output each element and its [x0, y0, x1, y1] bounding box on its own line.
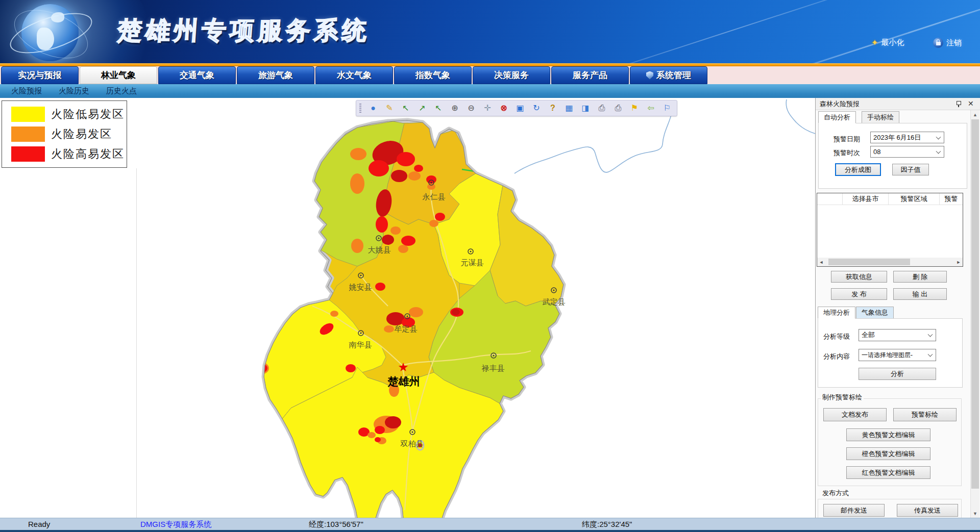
- zoom-in-icon[interactable]: ⊕: [450, 104, 459, 112]
- minimize-button[interactable]: ✦ 最小化: [871, 38, 904, 47]
- subtab-fire-forecast[interactable]: 火险预报: [11, 86, 42, 96]
- status-latitude: 纬度:25°32'45": [582, 520, 632, 529]
- list-col-warn: 预警: [940, 193, 963, 205]
- stop-icon[interactable]: ⊗: [499, 104, 508, 112]
- tab-index-weather[interactable]: 指数气象: [394, 66, 472, 84]
- tab-traffic-weather[interactable]: 交通气象: [158, 66, 236, 84]
- scroll-right-icon[interactable]: ►: [954, 260, 963, 265]
- scroll-down-icon[interactable]: ▼: [971, 509, 979, 518]
- status-system-link[interactable]: DMGIS专项服务系统: [140, 520, 211, 529]
- analyze-map-button[interactable]: 分析成图: [835, 163, 881, 176]
- county-label-yaoan: 姚安县: [349, 283, 372, 292]
- status-ready: Ready: [28, 520, 50, 528]
- tab-live-forecast[interactable]: 实况与预报: [1, 66, 79, 84]
- full-extent-icon[interactable]: ▣: [516, 104, 525, 112]
- poi-pin-icon[interactable]: ⚑: [630, 104, 639, 112]
- pane-splitter[interactable]: [136, 168, 137, 518]
- export-button[interactable]: 输 出: [893, 288, 947, 300]
- fire-risk-map[interactable]: 永仁县 大姚县 元谋县 姚安县 武定县 牟定县 南华县 禄丰县 双柏县 ★ 楚雄…: [204, 98, 817, 518]
- legend-swatch-red: [11, 146, 45, 162]
- subtab-history-firespot[interactable]: 历史火点: [106, 86, 137, 96]
- tab-service-product[interactable]: 服务产品: [551, 66, 629, 84]
- doc-publish-button[interactable]: 文档发布: [823, 408, 887, 421]
- panel-titlebar: 森林火险预报 ✕: [816, 98, 980, 110]
- scroll-thumb[interactable]: [971, 119, 979, 489]
- plot-group-label: 制作预警标绘: [821, 393, 864, 402]
- panel-tab-geo-analysis[interactable]: 地理分析: [818, 307, 855, 319]
- shield-icon: [646, 71, 653, 80]
- select-lasso-icon[interactable]: ↖: [401, 104, 410, 112]
- warn-plot-button[interactable]: 预警标绘: [893, 408, 957, 421]
- publish-button[interactable]: 发 布: [831, 288, 887, 300]
- analyze-button[interactable]: 分析: [859, 368, 936, 380]
- print-icon[interactable]: ⎙: [597, 104, 606, 112]
- factor-value-button[interactable]: 因子值: [892, 164, 929, 175]
- panel-tab-auto-analysis[interactable]: 自动分析: [818, 111, 856, 123]
- back-icon[interactable]: ⇦: [646, 104, 655, 112]
- banner-streak: [511, 0, 949, 63]
- scroll-left-icon[interactable]: ◄: [817, 260, 825, 265]
- list-hscrollbar[interactable]: ◄ ►: [817, 258, 963, 266]
- measure-icon[interactable]: ✎: [385, 104, 394, 112]
- delete-button[interactable]: 删 除: [893, 271, 947, 283]
- county-label-yongren: 永仁县: [423, 192, 446, 201]
- county-label-wuding: 武定县: [543, 297, 566, 307]
- panel-scrollbar[interactable]: ▲ ▼: [970, 110, 979, 518]
- orange-doc-button[interactable]: 橙色预警文档编辑: [846, 447, 930, 460]
- hscroll-thumb[interactable]: [828, 259, 910, 265]
- export-map-icon[interactable]: ◨: [581, 104, 590, 112]
- red-doc-button[interactable]: 红色预警文档编辑: [846, 466, 930, 479]
- warn-date-label: 预警日期: [834, 135, 860, 144]
- logout-button[interactable]: 注销: [933, 38, 962, 48]
- list-col-county: 选择县市: [843, 193, 889, 205]
- close-icon[interactable]: ✕: [968, 99, 974, 108]
- pin-icon[interactable]: [955, 100, 962, 108]
- map-toolbar: ● ✎ ↖ ↗ ↖ ⊕ ⊖ ✛ ⊗ ▣ ↻ ? ▦ ◨ ⎙ ⎙ ⚑ ⇦ ⚐: [356, 100, 677, 116]
- tab-forestry-weather[interactable]: 林业气象: [80, 66, 157, 84]
- fax-send-button[interactable]: 传真发送: [897, 504, 958, 517]
- yellow-doc-button[interactable]: 黄色预警文档编辑: [846, 428, 930, 441]
- scroll-up-icon[interactable]: ▲: [971, 110, 979, 119]
- identify-icon[interactable]: ?: [548, 104, 557, 112]
- tab-system-manage[interactable]: 系统管理: [630, 66, 707, 84]
- select-arrow-icon[interactable]: ↗: [418, 104, 427, 112]
- analysis-level-select[interactable]: 全部: [859, 329, 936, 341]
- list-col-empty: [817, 193, 843, 205]
- main-tabbar: 实况与预报 林业气象 交通气象 旅游气象 水文气象 指数气象 决策服务 服务产品…: [0, 66, 980, 84]
- tab-decision-service[interactable]: 决策服务: [473, 66, 550, 84]
- county-label-yuanmou: 元谋县: [461, 258, 484, 267]
- legend-item-medium: 火险易发区: [11, 126, 127, 142]
- legend-swatch-orange: [11, 126, 45, 142]
- toolbar-grip[interactable]: [359, 104, 361, 113]
- get-info-button[interactable]: 获取信息: [831, 271, 887, 283]
- mail-send-button[interactable]: 邮件发送: [823, 504, 885, 517]
- select-circle-icon[interactable]: ↖: [434, 104, 443, 112]
- legend-flag-icon[interactable]: ⚐: [663, 104, 672, 112]
- warning-list[interactable]: 选择县市 预警区域 预警 ◄ ►: [817, 193, 963, 267]
- pan-icon[interactable]: ✛: [483, 104, 492, 112]
- app-title: 楚雄州专项服务系统: [116, 14, 371, 47]
- legend-item-high: 火险高易发区: [11, 146, 127, 162]
- panel-tab-manual-plot[interactable]: 手动标绘: [862, 111, 899, 123]
- globe-icon[interactable]: ●: [369, 104, 378, 112]
- banner-streak: [726, 0, 980, 63]
- zoom-out-icon[interactable]: ⊖: [467, 104, 476, 112]
- warn-date-select[interactable]: 2023年 6月16日: [870, 132, 944, 143]
- tab-tourism-weather[interactable]: 旅游气象: [237, 66, 314, 84]
- print-setup-icon[interactable]: ⎙: [614, 104, 623, 112]
- analysis-level-label: 分析等级: [823, 332, 850, 341]
- globe-logo-icon: [21, 4, 79, 61]
- legend-swatch-yellow: [11, 107, 45, 122]
- analysis-content-select[interactable]: 一请选择地理图层-: [859, 349, 936, 361]
- panel-tab-weather-info[interactable]: 气象信息: [856, 307, 894, 319]
- banner: 楚雄州专项服务系统 ✦ 最小化 注销: [0, 0, 980, 63]
- warn-time-select[interactable]: 08: [870, 146, 944, 158]
- county-label-mouding: 牟定县: [395, 324, 418, 334]
- refresh-icon[interactable]: ↻: [532, 104, 541, 112]
- fire-risk-legend: 火险低易发区 火险易发区 火险高易发区: [2, 100, 127, 168]
- subtab-fire-history[interactable]: 火险历史: [59, 86, 89, 96]
- list-col-region: 预警区域: [889, 193, 940, 205]
- image-icon[interactable]: ▦: [565, 104, 574, 112]
- tab-hydrology-weather[interactable]: 水文气象: [315, 66, 393, 84]
- county-label-shuangbai: 双柏县: [400, 439, 424, 448]
